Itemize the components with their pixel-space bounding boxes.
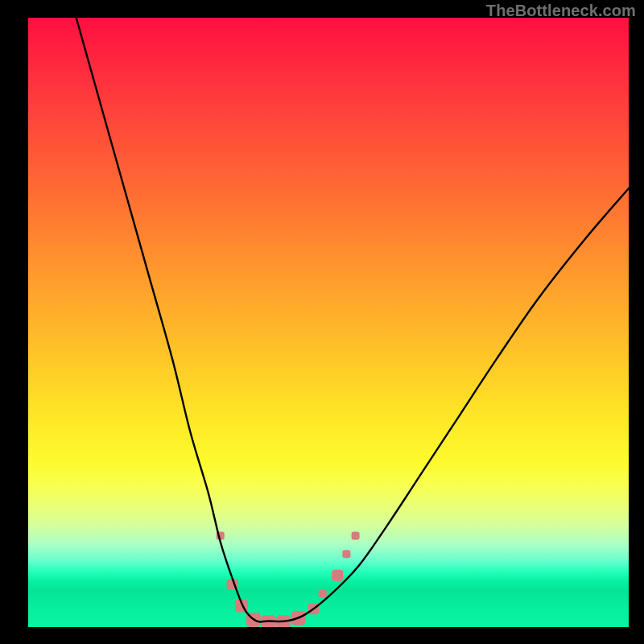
- highlight-markers: [217, 531, 360, 627]
- highlight-marker: [352, 531, 360, 539]
- highlight-marker: [342, 550, 350, 558]
- plot-area: [28, 18, 629, 627]
- curve-svg: [28, 18, 629, 627]
- chart-frame: TheBottleneck.com: [0, 0, 644, 644]
- watermark-text: TheBottleneck.com: [486, 2, 636, 20]
- highlight-marker: [332, 570, 343, 581]
- frame-border-left: [0, 0, 28, 644]
- bottleneck-curve: [76, 18, 629, 622]
- highlight-marker: [319, 589, 327, 597]
- frame-border-bottom: [0, 627, 644, 644]
- frame-border-right: [629, 0, 644, 644]
